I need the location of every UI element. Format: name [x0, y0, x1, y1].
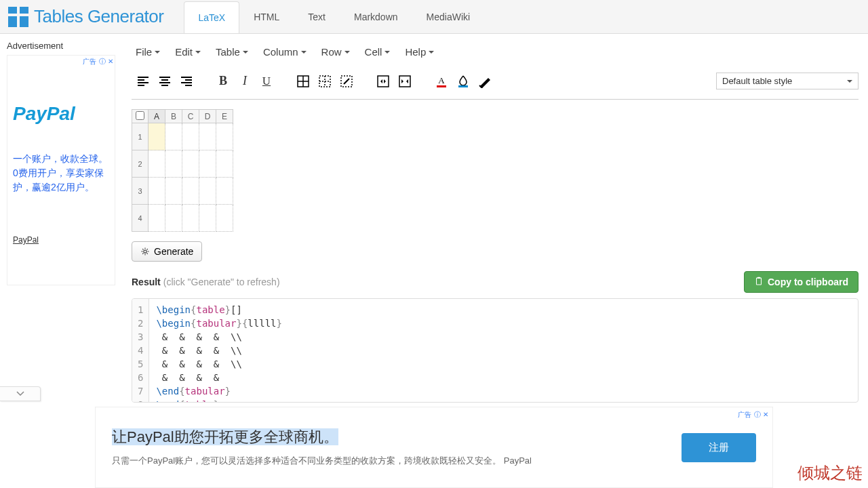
align-center-icon[interactable]	[157, 74, 172, 89]
ad-body: 一个账户，收款全球。0费用开户，享卖家保护，赢逾2亿用户。	[13, 152, 109, 195]
cell[interactable]	[149, 150, 165, 178]
svg-rect-3	[20, 16, 28, 27]
cell[interactable]	[149, 205, 165, 232]
svg-rect-10	[437, 85, 446, 87]
ad-label: Advertisement	[7, 41, 115, 51]
gear-icon	[140, 247, 150, 256]
cell[interactable]	[182, 123, 199, 150]
footer-ad[interactable]: 广告ⓘ ✕ 让PayPal助您开拓更多全球商机。 只需一个PayPal账户，您可…	[95, 407, 773, 488]
menu-table[interactable]: Table	[216, 46, 248, 58]
cell[interactable]	[149, 123, 165, 150]
svg-point-12	[144, 250, 146, 253]
logo-icon	[8, 7, 28, 27]
menu-edit[interactable]: Edit	[175, 46, 201, 58]
cell[interactable]	[216, 205, 233, 232]
tab-text[interactable]: Text	[294, 1, 340, 33]
cell[interactable]	[182, 150, 199, 178]
cell[interactable]	[165, 178, 182, 205]
borders-all-icon[interactable]	[296, 74, 311, 89]
align-left-icon[interactable]	[136, 74, 151, 89]
copy-clipboard-button[interactable]: Copy to clipboard	[744, 271, 859, 293]
brand-title: Tables Generator	[34, 6, 163, 27]
svg-rect-8	[399, 76, 410, 87]
text-color-icon[interactable]: A	[434, 74, 449, 89]
cell[interactable]	[199, 205, 216, 232]
ad-sub: PayPal	[13, 235, 109, 245]
fill-color-icon[interactable]	[456, 74, 471, 89]
cell[interactable]	[149, 178, 165, 205]
menu-cell[interactable]: Cell	[365, 46, 391, 58]
result-label: Result	[132, 277, 161, 287]
underline-icon[interactable]: U	[259, 74, 274, 89]
row-header[interactable]: 1	[132, 123, 149, 150]
col-header[interactable]: E	[216, 110, 233, 123]
menu-row[interactable]: Row	[321, 46, 350, 58]
tab-latex[interactable]: LaTeX	[184, 1, 239, 33]
generate-button[interactable]: Generate	[132, 241, 202, 262]
clipboard-icon	[754, 277, 764, 286]
clear-format-icon[interactable]	[477, 74, 492, 89]
menubar: FileEditTableColumnRowCellHelp	[132, 43, 859, 67]
menu-help[interactable]: Help	[405, 46, 434, 58]
svg-rect-0	[8, 7, 17, 14]
ad-info-tag[interactable]: 广告ⓘ ✕	[83, 57, 113, 66]
table-style-select[interactable]: Default table style	[716, 73, 859, 89]
borders-edit-icon[interactable]	[339, 74, 354, 89]
table-editor-grid[interactable]: ABCDE1234	[132, 109, 233, 232]
code-gutter: 12345678	[132, 299, 149, 402]
cell[interactable]	[199, 178, 216, 205]
select-all-checkbox[interactable]	[132, 110, 149, 123]
row-header[interactable]: 4	[132, 205, 149, 232]
chevron-down-icon	[16, 391, 24, 396]
ad-info-tag[interactable]: 广告ⓘ ✕	[738, 410, 768, 420]
ad-brand: PayPal	[13, 103, 109, 125]
watermark: 倾城之链	[797, 462, 863, 484]
cell[interactable]	[165, 205, 182, 232]
cell[interactable]	[216, 150, 233, 178]
code-output[interactable]: 12345678 \begin{table}[] \begin{tabular}…	[132, 298, 859, 403]
row-header[interactable]: 2	[132, 150, 149, 178]
result-hint: (click "Generate" to refresh)	[163, 277, 280, 287]
footer-ad-text: 只需一个PayPal账户，您可以灵活选择多种适合不同业务类型的收款方案，跨境收款…	[112, 454, 546, 468]
cell[interactable]	[182, 178, 199, 205]
tab-html[interactable]: HTML	[239, 1, 294, 33]
cell[interactable]	[199, 150, 216, 178]
col-header[interactable]: A	[149, 110, 165, 123]
svg-rect-11	[458, 85, 468, 87]
cell[interactable]	[182, 205, 199, 232]
tab-markdown[interactable]: Markdown	[340, 1, 412, 33]
svg-text:A: A	[438, 75, 445, 85]
format-tabs: LaTeXHTMLTextMarkdownMediaWiki	[184, 1, 484, 33]
bold-icon[interactable]: B	[216, 74, 231, 89]
menu-file[interactable]: File	[136, 46, 160, 58]
menu-column[interactable]: Column	[263, 46, 307, 58]
code-body[interactable]: \begin{table}[] \begin{tabular}{lllll} &…	[149, 299, 289, 402]
cell[interactable]	[199, 123, 216, 150]
svg-rect-14	[757, 277, 760, 279]
col-header[interactable]: C	[182, 110, 199, 123]
merge-cells-icon[interactable]	[376, 74, 391, 89]
sidebar-ad[interactable]: 广告ⓘ ✕ PayPal 一个账户，收款全球。0费用开户，享卖家保护，赢逾2亿用…	[7, 55, 115, 285]
svg-rect-2	[8, 16, 17, 27]
cell[interactable]	[165, 150, 182, 178]
cell[interactable]	[216, 123, 233, 150]
cell[interactable]	[216, 178, 233, 205]
tab-mediawiki[interactable]: MediaWiki	[412, 1, 485, 33]
split-cells-icon[interactable]	[397, 74, 412, 89]
italic-icon[interactable]: I	[237, 74, 252, 89]
toolbar: B I U A Default table style	[132, 67, 859, 100]
borders-outer-icon[interactable]	[317, 74, 332, 89]
svg-rect-1	[20, 7, 28, 14]
ad-collapse-handle[interactable]	[0, 386, 41, 401]
cell[interactable]	[165, 123, 182, 150]
row-header[interactable]: 3	[132, 178, 149, 205]
align-right-icon[interactable]	[179, 74, 194, 89]
col-header[interactable]: D	[199, 110, 216, 123]
svg-rect-13	[757, 278, 762, 285]
footer-ad-title: 让PayPal助您开拓更多全球商机。	[112, 428, 338, 445]
col-header[interactable]: B	[165, 110, 182, 123]
footer-ad-cta[interactable]: 注册	[682, 433, 756, 462]
logo[interactable]: Tables Generator	[0, 6, 172, 27]
svg-rect-7	[378, 76, 389, 87]
